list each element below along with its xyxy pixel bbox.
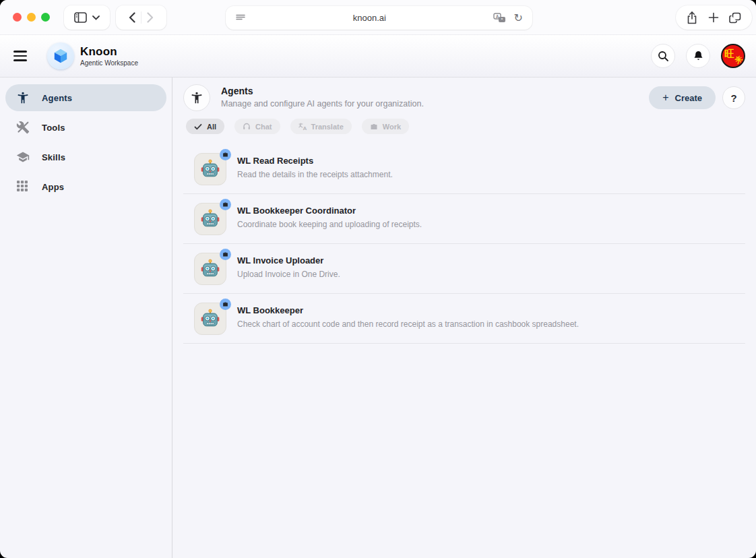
filter-chip-label: Chat <box>255 123 272 131</box>
translate-icon: A <box>298 123 307 131</box>
forward-button[interactable] <box>147 12 154 23</box>
work-badge <box>220 199 231 210</box>
browser-sidebar-icon[interactable] <box>74 12 87 23</box>
accessibility-person-icon <box>16 91 30 104</box>
sidebar-item-label: Agents <box>42 93 72 103</box>
briefcase-icon <box>222 251 228 257</box>
search-button[interactable] <box>651 44 675 68</box>
filter-chip-label: All <box>207 123 216 131</box>
sidebar-item-label: Tools <box>42 123 65 133</box>
url-text[interactable]: knoon.ai <box>246 13 493 23</box>
main-content: Agents Manage and configure AI agents fo… <box>172 78 756 558</box>
agent-row-wl-invoice-uploader[interactable]: WL Invoice Uploader Upload Invoice in On… <box>183 244 745 294</box>
chevron-down-icon[interactable] <box>92 16 100 20</box>
tools-icon <box>16 121 30 134</box>
plus-icon: + <box>662 92 668 103</box>
reader-view-icon[interactable] <box>235 13 246 23</box>
create-button-label: Create <box>675 93 702 103</box>
menu-hamburger-icon[interactable] <box>13 51 30 61</box>
page-header: Agents Manage and configure AI agents fo… <box>183 84 745 111</box>
briefcase-icon <box>370 123 378 131</box>
page-title: Agents <box>221 86 424 96</box>
filter-chips: All Chat <box>186 119 745 134</box>
filter-chip-label: Translate <box>311 123 344 131</box>
app-name: Knoon <box>80 45 138 59</box>
create-button[interactable]: + Create <box>649 86 716 109</box>
divider <box>141 11 141 24</box>
translate-icon[interactable]: A * <box>493 13 506 23</box>
agent-description: Coordinate book keeping and uploading of… <box>237 220 422 229</box>
filter-chip-work[interactable]: Work <box>362 119 409 134</box>
bell-icon <box>693 50 704 62</box>
agent-name: WL Read Receipts <box>237 156 393 166</box>
robot-emoji-icon <box>200 259 220 279</box>
sidebar-item-agents[interactable]: Agents <box>5 84 166 111</box>
sidebar-item-skills[interactable]: Skills <box>5 144 166 170</box>
agent-row-wl-read-receipts[interactable]: WL Read Receipts Read the details in the… <box>183 144 745 194</box>
reload-icon[interactable]: ↻ <box>514 13 523 24</box>
window-actions-group <box>676 5 752 30</box>
app-subtitle: Agentic Workspace <box>80 59 138 67</box>
filter-chip-label: Work <box>383 123 401 131</box>
minimize-window-button[interactable] <box>27 13 36 22</box>
agent-list: WL Read Receipts Read the details in the… <box>183 144 745 344</box>
browser-toolbar: knoon.ai A * ↻ <box>0 0 756 35</box>
agent-name: WL Bookkeeper Coordinator <box>237 206 422 216</box>
apps-grid-icon <box>16 180 30 193</box>
graduation-cap-icon <box>16 150 30 164</box>
agent-row-wl-bookkeeper[interactable]: WL Bookkeeper Check chart of account cod… <box>183 294 745 344</box>
tab-overview-icon[interactable] <box>729 12 741 24</box>
address-bar[interactable]: knoon.ai A * ↻ <box>226 6 532 30</box>
zoom-window-button[interactable] <box>41 13 50 22</box>
history-nav-group <box>116 5 166 30</box>
filter-chip-chat[interactable]: Chat <box>234 119 280 134</box>
browser-window: knoon.ai A * ↻ <box>0 0 756 558</box>
sidebar-toggle-group <box>64 5 110 30</box>
robot-emoji-icon <box>200 309 220 329</box>
robot-emoji-icon <box>200 209 220 229</box>
agent-row-wl-bookkeeper-coordinator[interactable]: WL Bookkeeper Coordinator Coordinate boo… <box>183 194 745 244</box>
robot-emoji-icon <box>200 159 220 179</box>
close-window-button[interactable] <box>13 13 22 22</box>
briefcase-icon <box>222 152 228 158</box>
back-button[interactable] <box>129 12 135 23</box>
page-description: Manage and configure AI agents for your … <box>221 99 424 108</box>
traffic-lights <box>13 13 50 22</box>
headset-icon <box>243 123 251 131</box>
agent-name: WL Bookkeeper <box>237 305 579 315</box>
app-logo[interactable] <box>47 42 74 69</box>
agent-description: Read the details in the receipts attachm… <box>237 170 393 179</box>
check-icon <box>194 123 202 131</box>
help-button[interactable]: ? <box>722 86 745 109</box>
notifications-button[interactable] <box>686 44 710 68</box>
work-badge <box>220 299 231 310</box>
sidebar-item-label: Apps <box>42 182 64 192</box>
sidebar-item-label: Skills <box>42 152 65 162</box>
work-badge <box>220 149 231 160</box>
sidebar-item-tools[interactable]: Tools <box>5 114 166 141</box>
svg-text:A: A <box>303 125 307 131</box>
briefcase-icon <box>222 301 228 307</box>
agent-name: WL Invoice Uploader <box>237 255 340 266</box>
sidebar-item-apps[interactable]: Apps <box>5 173 166 200</box>
svg-text:A: A <box>495 14 499 19</box>
work-badge <box>220 249 231 260</box>
new-tab-icon[interactable] <box>708 12 719 23</box>
user-avatar[interactable]: 旺 来 <box>721 44 745 68</box>
app-header: Knoon Agentic Workspace 旺 来 <box>0 35 756 78</box>
filter-chip-all[interactable]: All <box>186 119 224 134</box>
avatar-character: 来 <box>733 53 745 66</box>
share-icon[interactable] <box>687 11 697 24</box>
filter-chip-translate[interactable]: A Translate <box>290 119 352 134</box>
briefcase-icon <box>222 202 228 208</box>
agent-description: Upload Invoice in One Drive. <box>237 270 340 279</box>
sidebar: Agents Tools Skills <box>0 78 172 558</box>
accessibility-person-icon <box>190 91 203 104</box>
search-icon <box>658 51 669 62</box>
cube-icon <box>52 47 69 65</box>
page-icon <box>183 84 210 111</box>
agent-description: Check chart of account code and then rec… <box>237 319 579 329</box>
